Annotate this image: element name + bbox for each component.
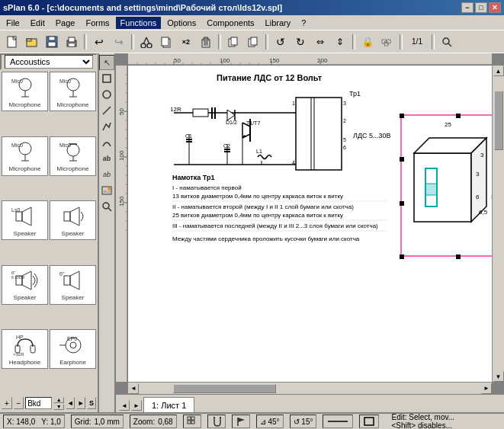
svg-text:Тр1: Тр1 [349,90,361,98]
page-tab-1[interactable]: 1: Лист 1 [143,397,194,412]
nav-left[interactable]: ◄ [66,397,75,409]
component-headphone[interactable]: HP >32R Headphone [2,329,48,369]
copy-x2-button[interactable]: ×2 [177,33,195,51]
component-microphone-2[interactable]: Mic0 Microphone [50,72,96,111]
menu-functions[interactable]: Functions [116,17,162,29]
print-button[interactable] [63,33,81,51]
image-tool[interactable] [99,183,114,198]
component-speaker-4[interactable]: 6" Speaker [50,265,96,305]
minimize-button[interactable]: − [461,2,474,13]
svg-marker-50 [22,207,31,226]
search-button[interactable] [438,33,456,51]
scroll-up-button[interactable]: ▲ [493,66,504,76]
component-microphone-1[interactable]: Mic0 Microphone [2,72,48,111]
svg-marker-199 [238,418,245,422]
toolbar-separator-1 [84,34,87,50]
maximize-button[interactable]: □ [475,2,487,13]
component-name-input[interactable] [25,397,52,409]
component-microphone-4[interactable]: Mic0 Microphone [50,136,96,176]
zoom-tool[interactable] [99,199,114,214]
redo-button[interactable]: ↪ [110,33,128,51]
tool-tab-spacer [99,394,116,412]
svg-point-75 [103,203,109,209]
svg-rect-16 [162,37,169,46]
menu-edit[interactable]: Edit [26,17,50,29]
arc-tool[interactable] [99,135,114,150]
scroll-left-button[interactable]: ◄ [128,383,139,394]
menu-file[interactable]: File [2,17,24,29]
rotate-ccw-button[interactable]: ↺ [271,33,290,51]
tab-next-button[interactable]: ► [131,400,142,411]
nav-right[interactable]: ► [76,397,85,409]
menu-library[interactable]: Library [261,17,296,29]
scroll-thumb-v[interactable] [494,91,503,149]
menu-help[interactable]: ? [297,17,310,29]
component-earphone[interactable]: EP0 Earphone [50,329,96,369]
flip-h-button[interactable]: ⇔ [311,33,329,51]
toolbar-separator-3 [218,34,221,50]
tab-prev-button[interactable]: ◄ [119,400,130,411]
flag-section[interactable] [232,415,250,428]
copy-button[interactable] [157,33,175,51]
horizontal-scrollbar[interactable]: ◄ ► [128,382,492,394]
angle15-section[interactable]: ↺ 15° [290,415,317,428]
scroll-thumb-h[interactable] [173,384,276,393]
add-component-button[interactable]: + [2,397,12,409]
svg-text:II - наматывается второй (межд: II - наматывается второй (между I и II 1… [172,203,354,210]
grid-value: 1,0 mm [95,418,120,426]
remove-component-button[interactable]: − [14,397,24,409]
lock-button[interactable]: 🔒 [358,33,377,51]
delete-button[interactable] [197,33,215,51]
rotate-cw-button[interactable]: ↻ [291,33,310,51]
rectangle-tool[interactable] [99,71,114,86]
open-button[interactable] [23,33,41,51]
select-tool[interactable]: ↖ [99,55,114,70]
save-button[interactable] [43,33,61,51]
vertical-scrollbar[interactable]: ▲ ▼ [492,66,504,382]
svg-text:III - наматывается последней (: III - наматывается последней (между II и… [172,223,378,229]
line-tool[interactable] [99,103,114,118]
new-button[interactable] [3,33,21,51]
angle45-section[interactable]: ⊿ 45° [256,415,284,428]
svg-text:13 витков диаметром 0,4мм по ц: 13 витков диаметром 0,4мм по центру карк… [172,193,343,200]
paste1-button[interactable] [224,33,242,51]
component-microphone-3[interactable]: Mic0 Microphone [2,136,48,176]
component-speaker-1[interactable]: Ls0 Speaker [2,200,48,240]
zoom-label: Zoom: [133,418,155,426]
category-select[interactable]: Accoustics Basic Power Logic [5,55,93,69]
component-speaker-3[interactable]: 6" 8 100W Speaker [2,265,48,305]
paper: Питание ЛДС от 12 Вольт Тр1 12R [128,66,492,382]
cut-button[interactable] [137,33,156,51]
menu-page[interactable]: Page [51,17,80,29]
nav-down[interactable]: ▼ [53,404,64,410]
scroll-right-button[interactable]: ► [481,383,492,394]
nav-up[interactable]: ▲ [53,397,64,403]
text-tool-ab2[interactable]: ab [99,167,114,182]
svg-text:Между частями сердечника проло: Между частями сердечника проложить кусоч… [172,235,360,242]
menu-components[interactable]: Components [202,17,258,29]
text-tool-ab[interactable]: ab [99,151,114,166]
undo-button[interactable]: ↩ [90,33,108,51]
tool-panel: ↖ ab ab [99,53,116,394]
flip-v-button[interactable]: ⇕ [331,33,349,51]
svg-line-13 [143,37,146,44]
group-button[interactable] [378,33,396,51]
close-button[interactable]: ✕ [489,2,501,13]
paste2-button[interactable] [244,33,262,51]
grid-icon-section[interactable] [183,415,201,428]
line-style-section[interactable] [323,415,353,428]
magnet-section[interactable] [207,415,226,428]
canvas-area[interactable]: 50 100 150 200 [116,53,504,394]
svg-text:5: 5 [343,137,346,142]
component-speaker-2[interactable]: Speaker [50,200,96,240]
polyline-tool[interactable] [99,119,114,134]
svg-rect-124 [193,109,208,117]
menu-options[interactable]: Options [162,17,201,29]
snap-button[interactable]: S [87,397,96,409]
menu-forms[interactable]: Forms [81,17,114,29]
svg-rect-184 [456,114,461,118]
circle-tool[interactable] [99,87,114,102]
scroll-down-button[interactable]: ▼ [493,371,504,382]
fill-section[interactable] [359,415,379,428]
component-panel: Accoustics Basic Power Logic Mic0 Microp… [0,53,99,394]
